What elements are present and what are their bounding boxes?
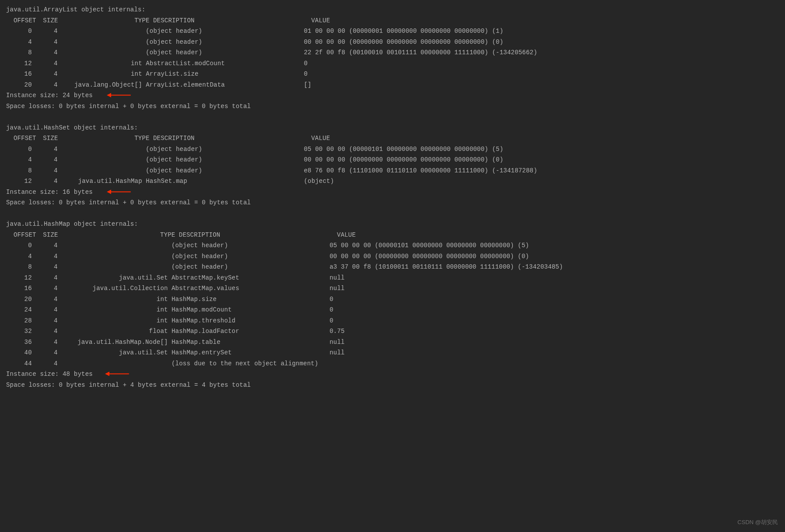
- cell-type: int: [61, 315, 168, 326]
- cell-type: int: [61, 69, 142, 80]
- cell-offset: 28: [6, 315, 32, 326]
- instance-size-line: Instance size: 16 bytes: [6, 187, 779, 198]
- cell-desc: HashMap.table: [172, 337, 329, 348]
- cell-desc: HashMap.loadFactor: [172, 326, 329, 337]
- cell-type: java.util.HashMap.Node[]: [61, 337, 168, 348]
- instance-size-line: Instance size: 48 bytes: [6, 369, 779, 380]
- cell-desc: HashMap.entrySet: [172, 347, 329, 358]
- terminal-output: java.util.ArrayList object internals: OF…: [0, 0, 785, 395]
- table-row: 284intHashMap.threshold0: [6, 315, 779, 326]
- table-header: OFFSET SIZETYPEDESCRIPTIONVALUE: [6, 230, 779, 241]
- table-row: 244intHashMap.modCount0: [6, 304, 779, 315]
- cell-offset: 4: [6, 154, 32, 165]
- cell-desc: (object header): [146, 144, 304, 155]
- table-header: OFFSET SIZETYPEDESCRIPTIONVALUE: [6, 15, 779, 26]
- cell-size: 4: [32, 315, 58, 326]
- cell-type: [61, 26, 142, 37]
- space-losses-line: Space losses: 0 bytes internal + 0 bytes…: [6, 197, 779, 208]
- cell-size: 4: [32, 80, 58, 91]
- cell-type: int: [61, 304, 168, 315]
- cell-size: 4: [32, 262, 58, 273]
- table-row: 324floatHashMap.loadFactor0.75: [6, 326, 779, 337]
- cell-value: 0: [304, 69, 779, 80]
- cell-offset: 12: [6, 273, 32, 284]
- cell-type: [61, 251, 168, 262]
- cell-value: []: [304, 80, 779, 91]
- table-row: 04(object header)01 00 00 00 (00000001 0…: [6, 26, 779, 37]
- cell-size: 4: [32, 154, 58, 165]
- cell-desc: (loss due to the next object alignment): [172, 358, 329, 369]
- col-hdr-value: VALUE: [337, 230, 779, 241]
- cell-size: 4: [32, 240, 58, 251]
- cell-value: null: [329, 337, 779, 348]
- cell-type: int: [61, 58, 142, 69]
- cell-size: 4: [32, 144, 58, 155]
- cell-size: 4: [32, 176, 58, 187]
- space-losses-line: Space losses: 0 bytes internal + 0 bytes…: [6, 101, 779, 112]
- col-hdr-size: SIZE: [35, 15, 65, 26]
- cell-size: 4: [32, 347, 58, 358]
- table-row: 84(object header)e8 76 00 f8 (11101000 0…: [6, 165, 779, 176]
- cell-offset: 20: [6, 294, 32, 305]
- table-row: 124intAbstractList.modCount0: [6, 58, 779, 69]
- cell-offset: 44: [6, 358, 32, 369]
- table-row: 44(object header)00 00 00 00 (00000000 0…: [6, 37, 779, 48]
- cell-size: 4: [32, 294, 58, 305]
- cell-value: null: [329, 273, 779, 284]
- cell-offset: 40: [6, 347, 32, 358]
- table-row: 44(object header)00 00 00 00 (00000000 0…: [6, 154, 779, 165]
- cell-value: 22 2f 00 f8 (00100010 00101111 00000000 …: [304, 47, 779, 58]
- cell-value: 0: [304, 58, 779, 69]
- col-hdr-desc: DESCRIPTION: [153, 133, 311, 144]
- cell-type: java.util.Collection: [61, 283, 168, 294]
- cell-desc: (object header): [146, 47, 304, 58]
- cell-value: 01 00 00 00 (00000001 00000000 00000000 …: [304, 26, 779, 37]
- cell-desc: (object header): [172, 262, 329, 273]
- cell-desc: HashMap.size: [172, 294, 329, 305]
- cell-type: [61, 240, 168, 251]
- cell-offset: 8: [6, 262, 32, 273]
- cell-size: 4: [32, 26, 58, 37]
- cell-value: 05 00 00 00 (00000101 00000000 00000000 …: [304, 144, 779, 155]
- table-row: 124java.util.HashMapHashSet.map(object): [6, 176, 779, 187]
- cell-value: 00 00 00 00 (00000000 00000000 00000000 …: [304, 37, 779, 48]
- table-row: 404java.util.SetHashMap.entrySetnull: [6, 347, 779, 358]
- cell-desc: HashSet.map: [146, 176, 304, 187]
- cell-type: int: [61, 294, 168, 305]
- cell-size: 4: [32, 165, 58, 176]
- cell-offset: 0: [6, 26, 32, 37]
- cell-size: 4: [32, 273, 58, 284]
- cell-offset: 36: [6, 337, 32, 348]
- cell-size: 4: [32, 47, 58, 58]
- table-row: 204java.lang.Object[]ArrayList.elementDa…: [6, 80, 779, 91]
- col-hdr-offset: OFFSET: [6, 133, 35, 144]
- cell-offset: 16: [6, 69, 32, 80]
- section-title: java.util.ArrayList object internals:: [6, 4, 779, 15]
- cell-offset: 4: [6, 251, 32, 262]
- section-title: java.util.HashMap object internals:: [6, 219, 779, 230]
- col-hdr-offset: OFFSET: [6, 15, 35, 26]
- cell-value: 0: [329, 294, 779, 305]
- highlight-arrow-icon: [105, 372, 129, 376]
- cell-offset: 12: [6, 176, 32, 187]
- cell-type: [61, 37, 142, 48]
- cell-size: 4: [32, 283, 58, 294]
- cell-size: 4: [32, 337, 58, 348]
- cell-value: (object): [304, 176, 779, 187]
- table-row: 444(loss due to the next object alignmen…: [6, 358, 779, 369]
- cell-offset: 20: [6, 80, 32, 91]
- watermark: CSDN @胡安民: [737, 517, 778, 528]
- col-hdr-type: TYPE: [69, 15, 150, 26]
- cell-type: [61, 165, 142, 176]
- cell-value: 00 00 00 00 (00000000 00000000 00000000 …: [329, 251, 779, 262]
- col-hdr-desc: DESCRIPTION: [153, 15, 311, 26]
- cell-size: 4: [32, 304, 58, 315]
- cell-value: null: [329, 347, 779, 358]
- table-row: 04(object header)05 00 00 00 (00000101 0…: [6, 144, 779, 155]
- table-row: 164java.util.CollectionAbstractMap.value…: [6, 283, 779, 294]
- cell-desc: HashMap.modCount: [172, 304, 329, 315]
- cell-offset: 8: [6, 47, 32, 58]
- cell-desc: AbstractMap.keySet: [172, 273, 329, 284]
- cell-value: 0.75: [329, 326, 779, 337]
- cell-type: [61, 144, 142, 155]
